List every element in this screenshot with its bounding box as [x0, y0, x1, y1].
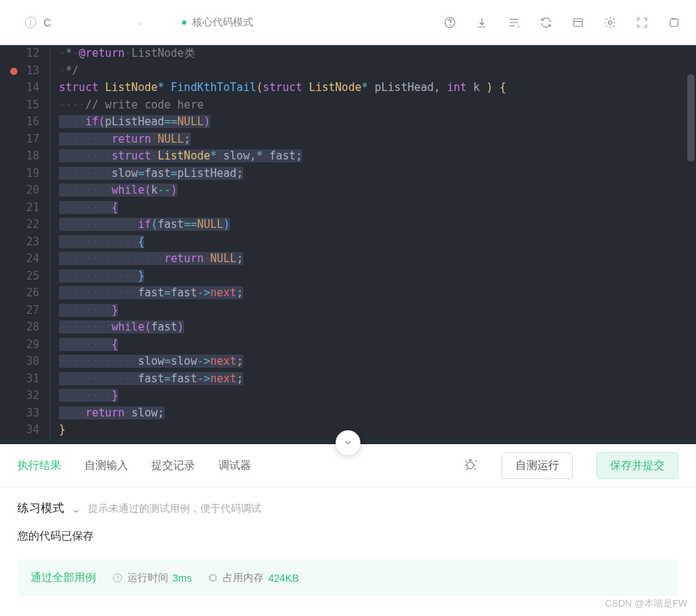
code-line[interactable]: ············{	[52, 234, 696, 251]
toolbar-actions	[443, 15, 681, 30]
line-number: 30	[0, 353, 39, 371]
line-number: 28	[0, 319, 39, 336]
scrollbar-thumb[interactable]	[687, 74, 695, 162]
breakpoint-icon[interactable]	[10, 68, 17, 75]
line-number: 19	[0, 165, 39, 183]
code-line[interactable]: ········struct·ListNode*·slow,*·fast;	[52, 148, 696, 165]
code-line[interactable]: ····if(pListHead==NULL)	[52, 114, 696, 131]
chevron-down-icon[interactable]: ⌄	[71, 502, 81, 516]
line-number: 20	[0, 182, 39, 200]
result-panel: 练习模式 ⌄ 提示未通过的测试用例，便于代码调试 您的代码已保存 通过全部用例 …	[0, 488, 696, 609]
code-line[interactable]: ·*/	[52, 63, 696, 80]
line-number: 21	[0, 200, 39, 217]
save-status-message: 您的代码已保存	[17, 529, 679, 543]
code-line[interactable]: ········}	[52, 387, 696, 405]
download-icon[interactable]	[475, 15, 489, 30]
pass-banner: 通过全部用例 运行时间 3ms 占用内存 424KB	[17, 559, 679, 596]
clock-icon	[112, 572, 123, 583]
line-number: 31	[0, 371, 39, 388]
help-icon[interactable]	[443, 15, 457, 30]
line-number: 24	[0, 250, 39, 268]
code-line[interactable]: ········}	[52, 302, 696, 320]
practice-mode-row: 练习模式 ⌄ 提示未通过的测试用例，便于代码调试	[17, 501, 679, 516]
svg-point-1	[450, 25, 451, 25]
pass-all-label: 通过全部用例	[31, 571, 96, 585]
svg-point-5	[467, 462, 473, 468]
line-number: 26	[0, 285, 39, 302]
tab-result[interactable]: 执行结果	[17, 459, 61, 473]
line-number: 32	[0, 387, 39, 405]
chevron-down-icon: ⌄	[136, 17, 143, 27]
code-line[interactable]: ········{	[52, 336, 696, 354]
line-number: 25	[0, 268, 39, 285]
code-line[interactable]: ········slow=fast=pListHead;	[52, 165, 696, 183]
code-line[interactable]: ············}	[52, 268, 696, 285]
watermark: CSDN @本喵是FW	[605, 597, 687, 610]
memory-value: 424KB	[268, 572, 298, 584]
line-number: 13	[0, 63, 39, 80]
code-content[interactable]: ·*·@return·ListNode类 ·*/ struct ListNode…	[51, 45, 696, 444]
line-number: 16	[0, 114, 39, 131]
tab-selftest-input[interactable]: 自测输入	[84, 459, 128, 473]
info-icon: i	[25, 17, 36, 28]
debug-icon[interactable]	[462, 457, 478, 475]
runtime-label: 运行时间	[127, 572, 168, 585]
settings-icon[interactable]	[603, 15, 617, 30]
fullscreen-icon[interactable]	[635, 15, 649, 30]
toolbar: i C ⌄ 核心代码模式	[0, 0, 696, 45]
line-number: 34	[0, 422, 39, 439]
line-number: 23	[0, 234, 39, 251]
external-icon[interactable]	[667, 15, 681, 30]
self-test-run-button[interactable]: 自测运行	[502, 452, 573, 479]
code-line[interactable]: ····// write code here	[52, 97, 696, 114]
line-number: 17	[0, 131, 39, 149]
language-label: C	[44, 17, 129, 28]
code-line[interactable]: ········return·NULL;	[52, 131, 696, 149]
line-number: 22	[0, 216, 39, 234]
code-line[interactable]: ············fast=fast->next;	[52, 371, 696, 388]
line-number: 15	[0, 97, 39, 114]
line-gutter: 1213141516171819202122232425262728293031…	[0, 45, 51, 444]
refresh-icon[interactable]	[539, 15, 553, 30]
memory-metric: 占用内存 424KB	[207, 572, 298, 585]
line-number: 33	[0, 405, 39, 422]
code-line[interactable]: ················return·NULL;	[52, 250, 696, 268]
code-line[interactable]: ········while(k--)	[52, 182, 696, 200]
line-number: 27	[0, 302, 39, 320]
code-line[interactable]: ·*·@return·ListNode类	[52, 45, 696, 63]
svg-rect-4	[671, 18, 679, 26]
svg-rect-2	[574, 18, 582, 26]
tab-debugger[interactable]: 调试器	[218, 459, 251, 473]
svg-point-3	[609, 20, 612, 24]
line-number: 29	[0, 336, 39, 354]
code-line[interactable]: ············slow=slow->next;	[52, 353, 696, 371]
save-submit-button[interactable]: 保存并提交	[596, 452, 679, 479]
line-number: 12	[0, 45, 39, 63]
tab-submit-history[interactable]: 提交记录	[151, 459, 195, 473]
svg-rect-7	[210, 575, 216, 581]
layout-icon[interactable]	[571, 15, 585, 30]
notes-icon[interactable]	[507, 15, 521, 30]
runtime-metric: 运行时间 3ms	[112, 572, 191, 585]
mode-indicator: 核心代码模式	[182, 16, 253, 29]
runtime-value: 3ms	[173, 572, 191, 584]
code-line[interactable]: }	[52, 422, 696, 439]
memory-label: 占用内存	[223, 572, 264, 585]
memory-icon	[207, 572, 218, 583]
line-number: 18	[0, 148, 39, 165]
practice-mode-hint: 提示未通过的测试用例，便于代码调试	[88, 502, 261, 516]
code-line[interactable]: ············if(fast==NULL)	[52, 216, 696, 234]
code-line[interactable]: ····return·slow;	[52, 405, 696, 422]
line-number: 14	[0, 79, 39, 97]
collapse-panel-button[interactable]	[336, 430, 360, 455]
code-line[interactable]: struct ListNode* FindKthToTail(struct Li…	[52, 79, 696, 97]
code-line[interactable]: ············fast=fast->next;	[52, 285, 696, 302]
vertical-scrollbar[interactable]	[687, 45, 695, 444]
code-line[interactable]: ········{	[52, 200, 696, 217]
status-dot-icon	[182, 20, 186, 25]
practice-mode-label: 练习模式	[17, 501, 64, 516]
code-line[interactable]: ········while(fast)	[52, 319, 696, 336]
language-selector[interactable]: i C ⌄	[15, 12, 153, 33]
mode-label: 核心代码模式	[192, 16, 253, 29]
code-editor[interactable]: 1213141516171819202122232425262728293031…	[0, 45, 696, 444]
